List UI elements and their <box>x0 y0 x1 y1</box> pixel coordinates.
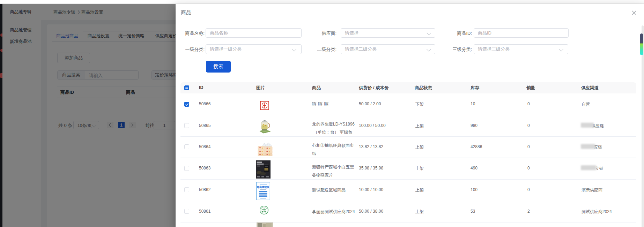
svg-text:电商旗舰版: 电商旗舰版 <box>257 186 270 189</box>
